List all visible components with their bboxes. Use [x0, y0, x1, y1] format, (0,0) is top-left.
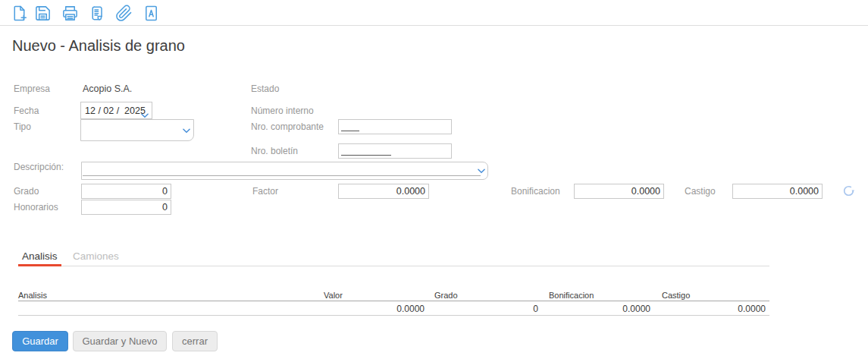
nro-comprobante-input[interactable] [338, 119, 452, 134]
table-row-divider [18, 315, 769, 316]
tab-camiones[interactable]: Camiones [73, 250, 119, 262]
nro-boletin-input[interactable] [338, 143, 452, 159]
nro-comprobante-label: Nro. comprobante [251, 121, 324, 132]
tipo-select[interactable] [80, 119, 194, 141]
attachment-icon[interactable] [115, 5, 133, 22]
tipo-chevron-down-icon[interactable] [181, 125, 192, 136]
cell-castigo[interactable]: 0.0000 [690, 304, 766, 314]
tipo-label: Tipo [14, 121, 31, 132]
bonificacion-label: Bonificacion [511, 186, 560, 197]
honorarios-input[interactable] [81, 200, 171, 215]
descripcion-label: Descripción: [14, 162, 64, 172]
cerrar-button[interactable]: cerrar [172, 331, 218, 351]
tab-divider [18, 266, 769, 266]
toolbar-divider [0, 25, 868, 26]
save-icon[interactable] [34, 5, 52, 22]
descripcion-chevron-down-icon[interactable] [476, 165, 487, 176]
empresa-value: Acopio S.A. [83, 83, 132, 94]
col-header-castigo: Castigo [662, 291, 690, 300]
nro-comprobante-mask [341, 131, 359, 131]
factor-input[interactable] [338, 184, 429, 199]
descripcion-underline [83, 175, 481, 176]
col-header-valor: Valor [324, 291, 343, 300]
col-header-grado: Grado [434, 291, 458, 300]
guardar-y-nuevo-button[interactable]: Guardar y Nuevo [73, 331, 167, 351]
new-document-icon[interactable] [11, 5, 28, 22]
table-header-divider [18, 301, 769, 301]
cell-valor[interactable]: 0.0000 [349, 304, 425, 314]
nro-boletin-mask [341, 155, 391, 156]
refresh-icon[interactable] [841, 184, 856, 198]
receipt-icon[interactable] [88, 5, 105, 22]
fecha-value[interactable]: 12 / 02 / 2025 [85, 105, 146, 116]
descripcion-select[interactable] [81, 162, 488, 180]
cell-grado[interactable]: 0 [462, 304, 538, 314]
page-title: Nuevo - Analisis de grano [12, 37, 185, 55]
fecha-label: Fecha [14, 105, 39, 116]
grado-label: Grado [14, 186, 39, 197]
factor-label: Factor [252, 186, 278, 197]
guardar-button[interactable]: Guardar [12, 331, 68, 351]
nro-boletin-label: Nro. boletín [251, 146, 298, 156]
grain-analysis-window: Nuevo - Analisis de grano Empresa Estado… [0, 0, 868, 359]
col-header-analisis: Analisis [18, 291, 47, 300]
castigo-label: Castigo [685, 186, 716, 197]
document-a-icon[interactable] [143, 5, 160, 22]
empresa-label: Empresa [14, 83, 50, 94]
castigo-input[interactable] [732, 184, 823, 199]
tab-analisis-active-underline [18, 264, 61, 266]
bonificacion-input[interactable] [574, 184, 664, 199]
cell-bonificacion[interactable]: 0.0000 [575, 304, 650, 314]
print-icon[interactable] [61, 5, 79, 22]
grado-input[interactable] [81, 184, 171, 199]
col-header-bonificacion: Bonificacion [549, 291, 594, 300]
honorarios-label: Honorarios [14, 202, 58, 213]
estado-label: Estado [251, 83, 279, 94]
numero-interno-label: Número interno [251, 105, 314, 116]
tab-analisis[interactable]: Analisis [22, 250, 58, 262]
